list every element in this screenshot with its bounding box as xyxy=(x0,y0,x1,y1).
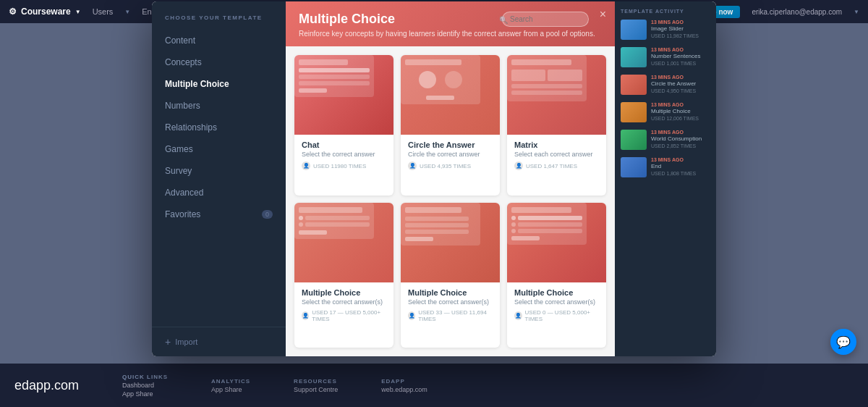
activity-item-0: 13 MINS AGO Image Slider USED 11,982 TIM… xyxy=(621,20,710,40)
footer-section-analytics: ANALYTICS App Share xyxy=(211,378,250,393)
card-thumbnail-mc1 xyxy=(294,203,393,282)
activity-info-3: 13 MINS AGO Multiple Choice USED 12,006 … xyxy=(651,102,710,121)
modal-main-content: Multiple Choice Reinforce key concepts b… xyxy=(286,1,615,356)
card-title-mc2: Multiple Choice xyxy=(408,288,493,297)
card-uses-chat: USED 11980 TIMES xyxy=(313,163,366,169)
activity-uses-0: USED 11,982 TIMES xyxy=(651,33,710,38)
sidebar-section-label: CHOOSE YOUR TEMPLATE xyxy=(152,14,286,30)
page-footer: edapp.com QUICK LINKS Dashboard App Shar… xyxy=(0,364,868,407)
activity-info-0: 13 MINS AGO Image Slider USED 11,982 TIM… xyxy=(651,20,710,38)
activity-name-5: End xyxy=(651,163,710,170)
meta-icon-mc2: 👤 xyxy=(408,311,415,320)
card-title-mc1: Multiple Choice xyxy=(302,288,386,297)
activity-time-2: 13 MINS AGO xyxy=(651,75,710,80)
activity-name-1: Number Sentences xyxy=(651,53,710,60)
nav-brand[interactable]: ⚙ Courseware ▼ xyxy=(9,7,81,17)
modal-header: Multiple Choice Reinforce key concepts b… xyxy=(286,1,615,46)
meta-icon-matrix: 👤 xyxy=(514,161,523,170)
card-subtitle-mc2: Select the correct answer(s) xyxy=(408,298,493,306)
sidebar-item-relationships[interactable]: Relationships xyxy=(152,117,286,138)
card-title-mc3: Multiple Choice xyxy=(514,288,599,297)
card-subtitle-circle: Circle the correct answer xyxy=(408,151,493,158)
footer-link-web[interactable]: web.edapp.com xyxy=(381,386,427,393)
template-card-chat[interactable]: Chat Select the correct answer 👤 USED 11… xyxy=(294,55,393,196)
card-meta-circle: 👤 USED 4,935 TIMES xyxy=(408,161,493,170)
template-card-mc2[interactable]: Multiple Choice Select the correct answe… xyxy=(401,203,500,348)
template-activity-panel: TEMPLATE ACTIVITY 13 MINS AGO Image Slid… xyxy=(615,1,716,356)
activity-uses-4: USED 2,852 TIMES xyxy=(651,143,710,148)
card-meta-chat: 👤 USED 11980 TIMES xyxy=(302,161,386,170)
activity-name-0: Image Slider xyxy=(651,25,710,33)
template-card-circle[interactable]: Circle the Answer Circle the correct ans… xyxy=(401,55,500,196)
card-thumbnail-mc3 xyxy=(507,203,606,282)
card-title-circle: Circle the Answer xyxy=(408,140,493,149)
template-card-mc1[interactable]: Multiple Choice Select the correct answe… xyxy=(294,203,393,348)
footer-link-dashboard[interactable]: Dashboard xyxy=(122,382,168,389)
footer-section-edapp: EDAPP web.edapp.com xyxy=(381,378,427,393)
activity-time-0: 13 MINS AGO xyxy=(651,20,710,25)
activity-uses-3: USED 12,006 TIMES xyxy=(651,116,710,121)
meta-icon-circle: 👤 xyxy=(408,161,417,170)
plus-icon: + xyxy=(165,336,171,348)
main-background: CHOOSE YOUR TEMPLATE Content Concepts Mu… xyxy=(0,23,868,364)
activity-item-4: 13 MINS AGO World Consumption USED 2,852… xyxy=(621,130,710,150)
footer-section-quick-links: QUICK LINKS Dashboard App Share xyxy=(122,374,168,398)
activity-item-5: 13 MINS AGO End USED 1,808 TIMES xyxy=(621,157,710,177)
activity-uses-1: USED 1,001 TIMES xyxy=(651,61,710,66)
card-thumbnail-circle xyxy=(401,55,500,135)
card-meta-mc3: 👤 USED 0 — USED 5,000+ TIMES xyxy=(514,309,599,322)
activity-time-4: 13 MINS AGO xyxy=(651,130,710,135)
sidebar-item-concepts[interactable]: Concepts xyxy=(152,51,286,73)
footer-brand: edapp.com xyxy=(14,378,79,393)
sidebar-item-content[interactable]: Content xyxy=(152,30,286,51)
activity-info-4: 13 MINS AGO World Consumption USED 2,852… xyxy=(651,130,710,148)
brand-label: Courseware xyxy=(21,7,71,17)
activity-time-5: 13 MINS AGO xyxy=(651,157,710,162)
card-title-matrix: Matrix xyxy=(514,140,599,149)
card-thumbnail-matrix xyxy=(507,55,606,135)
template-modal: CHOOSE YOUR TEMPLATE Content Concepts Mu… xyxy=(152,1,716,356)
footer-title-0: QUICK LINKS xyxy=(122,374,168,380)
activity-item-3: 13 MINS AGO Multiple Choice USED 12,006 … xyxy=(621,102,710,122)
footer-link-appshare[interactable]: App Share xyxy=(122,390,168,398)
activity-thumb-0 xyxy=(621,20,647,40)
sidebar-item-advanced[interactable]: Advanced xyxy=(152,182,286,204)
template-grid: Chat Select the correct answer 👤 USED 11… xyxy=(286,46,615,356)
meta-icon-mc3: 👤 xyxy=(514,311,522,320)
activity-item-2: 13 MINS AGO Circle the Answer USED 4,950… xyxy=(621,75,710,95)
card-meta-mc2: 👤 USED 33 — USED 11,694 TIMES xyxy=(408,309,493,322)
activity-uses-2: USED 4,950 TIMES xyxy=(651,88,710,93)
user-chevron: ▼ xyxy=(854,9,859,15)
footer-title-2: RESOURCES xyxy=(294,378,338,385)
footer-link-analytics[interactable]: App Share xyxy=(211,386,250,393)
card-meta-mc1: 👤 USED 17 — USED 5,000+ TIMES xyxy=(302,309,386,322)
sidebar-item-games[interactable]: Games xyxy=(152,138,286,160)
gear-icon: ⚙ xyxy=(9,7,17,17)
nav-chevron-users: ▼ xyxy=(124,9,130,15)
chat-support-button[interactable]: 💬 xyxy=(830,329,856,355)
card-subtitle-mc1: Select the correct answer(s) xyxy=(302,298,386,306)
footer-section-resources: RESOURCES Support Centre xyxy=(294,378,338,393)
search-input[interactable] xyxy=(502,12,589,27)
activity-time-3: 13 MINS AGO xyxy=(651,102,710,107)
sidebar-item-multiple-choice[interactable]: Multiple Choice xyxy=(152,73,286,95)
template-card-matrix[interactable]: Matrix Select each correct answer 👤 USED… xyxy=(507,55,606,196)
sidebar-item-numbers[interactable]: Numbers xyxy=(152,95,286,117)
activity-thumb-2 xyxy=(621,75,647,95)
card-title-chat: Chat xyxy=(302,140,386,149)
activity-panel-label: TEMPLATE ACTIVITY xyxy=(621,9,710,14)
card-uses-mc3: USED 0 — USED 5,000+ TIMES xyxy=(525,309,599,322)
template-card-mc3[interactable]: Multiple Choice Select the correct answe… xyxy=(507,203,606,348)
close-button[interactable]: × xyxy=(600,9,606,20)
import-button[interactable]: + Import xyxy=(152,327,286,356)
activity-item-1: 13 MINS AGO Number Sentences USED 1,001 … xyxy=(621,47,710,67)
footer-link-support[interactable]: Support Centre xyxy=(294,386,338,393)
card-subtitle-matrix: Select each correct answer xyxy=(514,151,599,158)
nav-users[interactable]: Users xyxy=(93,7,114,16)
sidebar-item-favorites[interactable]: Favorites 0 xyxy=(152,204,286,225)
card-meta-matrix: 👤 USED 1,647 TIMES xyxy=(514,161,599,170)
footer-title-3: EDAPP xyxy=(381,378,427,385)
favorites-badge: 0 xyxy=(262,210,273,219)
sidebar-item-survey[interactable]: Survey xyxy=(152,160,286,182)
brand-chevron: ▼ xyxy=(75,9,81,15)
